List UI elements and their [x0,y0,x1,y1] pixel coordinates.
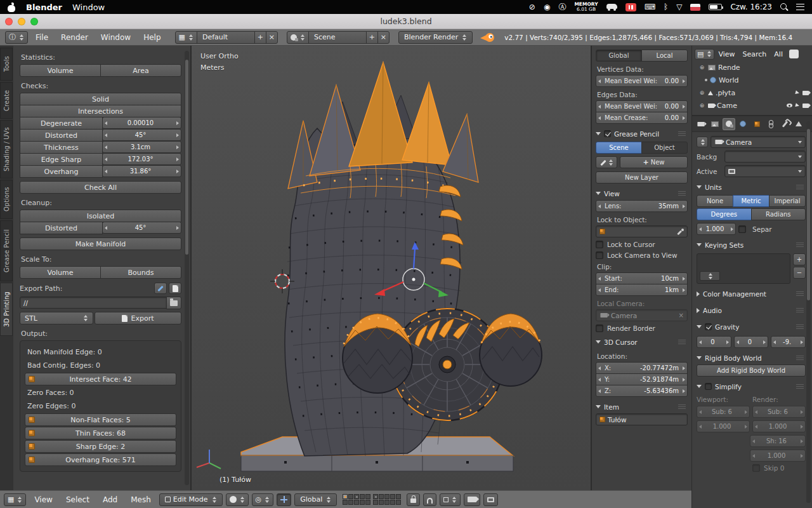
opengl-render-button[interactable] [464,493,480,506]
viewport-editor-type-button[interactable]: ▦ [4,493,26,506]
tab-object[interactable] [750,118,763,130]
mean-crease-field[interactable]: Mean Crease:0.00 [596,112,688,124]
units-separate-checkbox[interactable] [738,225,746,233]
cursor-x-field[interactable]: X:-20.77472m [596,362,688,374]
snap-element-dropdown[interactable] [440,493,461,506]
manipulator-toggle[interactable] [277,493,291,506]
pen-icon-button[interactable] [154,283,167,294]
cleanup-distorted-button[interactable]: Distorted [20,222,103,234]
close-icon[interactable]: × [679,312,684,319]
layout-add-button[interactable]: + [254,31,266,44]
render-border-checkbox[interactable] [596,324,603,332]
apple-menu-icon[interactable] [8,3,16,12]
gp-object-button[interactable]: Object [641,142,688,154]
area-button[interactable]: Area [100,64,181,77]
3d-cursor-panel-header[interactable]: 3D Cursor [596,335,688,349]
gp-new-button[interactable]: +New [620,156,688,168]
tab-shading-uvs[interactable]: Shading / UVs [0,120,13,178]
report-sharp-edge-button[interactable]: Sharp Edge: 2 [25,440,176,453]
menu-render[interactable]: Render [61,33,88,42]
record-icon[interactable]: ◉ [544,3,550,11]
units-scale-field[interactable]: 1.000 [697,223,736,235]
cursor-z-field[interactable]: Z:-5.63436m [596,385,688,397]
restrict-render-icon[interactable] [802,91,809,95]
export-path-field[interactable]: // [20,297,167,309]
menu-help[interactable]: Help [143,33,160,42]
gravity-checkbox[interactable] [705,323,712,330]
clip-start-field[interactable]: Start:10cm [596,272,688,284]
overhang-threshold-field[interactable]: 31.86° [102,165,181,177]
menu-add[interactable]: Add [103,495,117,504]
audio-panel-header[interactable]: Audio [697,304,806,317]
menu-select[interactable]: Select [66,495,89,504]
mean-bevel-weight-edges-field[interactable]: Mean Bevel Wei:0.00 [596,100,688,112]
tab-render-layers[interactable] [709,118,721,130]
grease-pencil-checkbox[interactable] [604,130,611,137]
tab-modifiers[interactable] [778,118,791,130]
scene-add-button[interactable]: + [366,31,378,44]
outliner-row-world[interactable]: World [695,74,811,86]
keyboard-icon[interactable]: ⌨ [645,3,655,11]
layers-group-1[interactable] [343,494,370,505]
keying-add-button[interactable]: + [793,253,806,265]
units-imperial-button[interactable]: Imperial [769,195,806,207]
report-non-flat-button[interactable]: Non-Flat Faces: 5 [25,413,176,426]
report-thin-faces-button[interactable]: Thin Faces: 68 [25,427,176,439]
scale-volume-button[interactable]: Volume [20,266,101,279]
outliner-menu-view[interactable]: View [718,50,735,58]
pivot-dropdown[interactable]: ◎ [252,493,274,506]
menu-mesh[interactable]: Mesh [131,495,151,504]
layout-delete-button[interactable]: × [266,31,278,44]
cursor-y-field[interactable]: Y:-52.91874m [596,373,688,385]
tab-tools[interactable]: Tools [0,48,13,81]
gravity-panel-header[interactable]: Gravity [697,320,806,333]
tab-constraints[interactable] [764,118,777,130]
export-format-dropdown[interactable]: STL [20,312,93,324]
mean-bevel-weight-vertices-field[interactable]: Mean Bevel Wei:0.00 [596,75,688,87]
check-intersections-button[interactable]: Intersections [20,105,181,117]
tab-3d-printing[interactable]: 3D Printing [0,283,13,336]
outliner-row-camera[interactable]: ⊕ Came [695,99,811,112]
gp-new-layer-button[interactable]: New Layer [596,171,688,184]
menu-window[interactable]: Window [101,33,131,42]
memory-widget[interactable]: MEMORY 6.01 GB [574,2,598,13]
check-distorted-button[interactable]: Distorted [20,129,103,142]
units-panel-header[interactable]: Units [697,180,806,194]
eyedropper-icon[interactable] [676,228,684,236]
tab-create[interactable]: Create [0,82,13,119]
units-radians-button[interactable]: Radians [751,208,806,220]
restrict-select-icon[interactable] [795,103,799,107]
airplay-icon[interactable]: ▽ [676,3,682,11]
properties-scrollbar[interactable] [806,121,811,503]
gravity-y-field[interactable]: 0 [734,336,769,348]
layout-name-field[interactable]: Default [197,31,255,44]
lock-object-field[interactable] [596,225,688,237]
gp-draw-mode-button[interactable] [596,156,617,168]
outliner-menu-all[interactable]: All [774,50,783,58]
simplify-shadow-samples-field[interactable]: Sh: 16 [750,435,806,447]
visibility-eye-icon[interactable] [787,104,792,107]
lens-field[interactable]: Lens:35mm [596,200,688,212]
volume-button[interactable]: Volume [20,64,101,77]
tab-scene[interactable] [723,118,735,130]
mode-dropdown[interactable]: Edit Mode [159,493,223,506]
clip-end-field[interactable]: End:1km [596,284,688,296]
tab-world[interactable] [737,118,749,130]
opengl-render-anim-button[interactable] [483,493,498,506]
layers-group-2[interactable] [373,494,401,505]
expand-icon[interactable]: ⊕ [698,64,705,70]
file-icon-button[interactable] [169,283,181,294]
outliner-row-render-layers[interactable]: ⊕ Rende [695,61,811,74]
scene-camera-field[interactable]: Camera [710,136,806,148]
layers-widget[interactable] [343,494,401,505]
outliner-menu-search[interactable]: Search [743,50,767,58]
view-panel-header[interactable]: View [596,187,688,200]
keying-filter-dropdown[interactable] [700,271,720,281]
expand-icon[interactable]: ⊕ [698,102,705,109]
global-button[interactable]: Global [596,50,642,62]
distorted-threshold-field[interactable]: 45° [102,129,181,141]
snap-toggle[interactable] [423,493,436,506]
make-manifold-button[interactable]: Make Manifold [20,237,181,250]
units-degrees-button[interactable]: Degrees [697,208,752,220]
tab-render[interactable] [695,118,707,130]
